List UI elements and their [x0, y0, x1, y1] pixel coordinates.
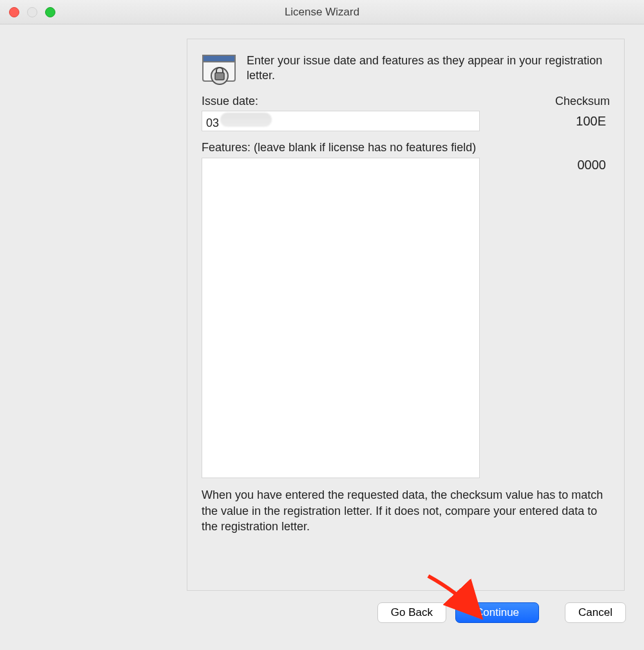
window-traffic-lights	[0, 7, 55, 17]
continue-button[interactable]: Continue	[455, 602, 539, 623]
wizard-button-row: Go Back Continue Cancel	[0, 591, 644, 623]
redacted-segment	[220, 113, 272, 127]
license-wizard-icon	[202, 53, 239, 86]
go-back-button[interactable]: Go Back	[377, 602, 446, 623]
issue-date-checksum: 100E	[576, 114, 610, 129]
cancel-button[interactable]: Cancel	[565, 602, 626, 623]
issue-date-label: Issue date:	[202, 95, 258, 108]
issue-date-value: 03	[206, 116, 219, 129]
wizard-headline: Enter your issue date and features as th…	[247, 53, 610, 86]
svg-rect-3	[215, 73, 224, 80]
svg-rect-1	[203, 55, 235, 62]
checksum-header-label: Checksum	[555, 95, 610, 108]
features-label: Features: (leave blank if license has no…	[202, 140, 610, 155]
checksum-help-text: When you have entered the requested data…	[202, 487, 610, 534]
titlebar: License Wizard	[0, 0, 644, 24]
minimize-window-button[interactable]	[27, 7, 37, 17]
wizard-frame: Enter your issue date and features as th…	[187, 39, 625, 591]
features-checksum: 0000	[578, 158, 611, 172]
close-window-button[interactable]	[9, 7, 19, 17]
features-textarea[interactable]	[202, 158, 480, 478]
window-title: License Wizard	[0, 6, 644, 19]
maximize-window-button[interactable]	[45, 7, 55, 17]
issue-date-input[interactable]: 03	[202, 111, 480, 131]
